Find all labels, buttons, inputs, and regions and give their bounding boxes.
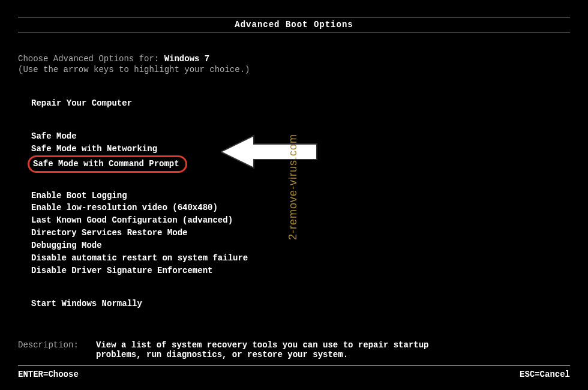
menu-item-low-res[interactable]: Enable low-resolution video (640x480) <box>31 202 570 214</box>
menu-item-disable-driver-sig[interactable]: Disable Driver Signature Enforcement <box>31 265 570 277</box>
option-group-1: Safe Mode Safe Mode with Networking Safe… <box>31 130 570 173</box>
menu-item-disable-auto-restart[interactable]: Disable automatic restart on system fail… <box>31 252 570 265</box>
menu-item-safe-mode[interactable]: Safe Mode <box>31 130 570 143</box>
menu-item-safe-mode-networking[interactable]: Safe Mode with Networking <box>31 143 570 155</box>
footer-esc: ESC=Cancel <box>520 370 570 379</box>
choose-line: Choose Advanced Options for: Windows 7 <box>18 54 570 64</box>
description-label: Description: <box>18 340 96 359</box>
menu-item-debugging[interactable]: Debugging Mode <box>31 239 570 252</box>
menu-item-repair[interactable]: Repair Your Computer <box>31 97 570 110</box>
footer-bar: ENTER=Choose ESC=Cancel <box>18 365 570 379</box>
choose-prefix: Choose Advanced Options for: <box>18 54 164 64</box>
description-text: View a list of system recovery tools you… <box>96 340 432 359</box>
option-group-0: Repair Your Computer <box>31 97 570 110</box>
menu-options: Repair Your Computer Safe Mode Safe Mode… <box>18 97 570 310</box>
menu-item-boot-logging[interactable]: Enable Boot Logging <box>31 190 570 202</box>
description-section: Description: View a list of system recov… <box>18 340 570 359</box>
os-name: Windows 7 <box>164 54 210 64</box>
menu-item-start-normally[interactable]: Start Windows Normally <box>31 298 570 310</box>
footer-enter: ENTER=Choose <box>18 370 79 379</box>
page-title: Advanced Boot Options <box>18 17 570 32</box>
menu-item-safe-mode-cmd[interactable]: Safe Mode with Command Prompt <box>33 158 179 169</box>
option-group-2: Enable Boot Logging Enable low-resolutio… <box>31 190 570 277</box>
menu-item-last-known-good[interactable]: Last Known Good Configuration (advanced) <box>31 214 570 227</box>
option-group-3: Start Windows Normally <box>31 298 570 310</box>
hint-line: (Use the arrow keys to highlight your ch… <box>18 65 570 74</box>
menu-item-ds-restore[interactable]: Directory Services Restore Mode <box>31 227 570 239</box>
highlight-circle: Safe Mode with Command Prompt <box>28 155 187 173</box>
